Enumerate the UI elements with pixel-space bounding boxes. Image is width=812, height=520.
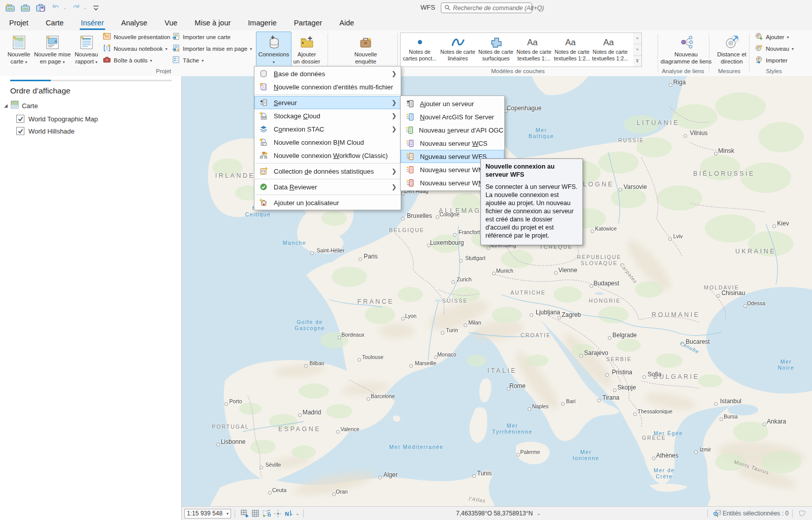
menu-item-nouveau-serveur-wcs[interactable]: Nouveau serveur WCS xyxy=(401,137,504,150)
new-project-icon[interactable] xyxy=(4,2,16,14)
add-grid-icon[interactable] xyxy=(239,509,249,518)
north-arrow-icon[interactable]: N xyxy=(284,509,294,518)
layer-checkbox[interactable] xyxy=(16,115,24,123)
gallery-item[interactable]: AaNotes de cartetextuelles 1:2... xyxy=(591,33,629,67)
tab-mise-à-jour[interactable]: Mise à jour xyxy=(193,19,232,30)
map-scale-combobox[interactable]: 1:15 939 548 ▾ xyxy=(184,509,231,518)
city-dot xyxy=(436,215,439,219)
ribbon-button-nouveau[interactable]: Nouveaurapport ▾ xyxy=(69,31,104,71)
ribbon-button-connexions[interactable]: Connexions ▾ xyxy=(256,31,291,71)
ribbon-button-nouveau[interactable]: Nouveau▾ xyxy=(755,44,805,53)
notebook-icon xyxy=(103,44,111,54)
menu-item-ajouter-un-localisateur[interactable]: Ajouter un localisateur xyxy=(254,196,401,209)
map-label: Belgrade xyxy=(612,332,637,339)
ribbon-button-nouvelle[interactable]: Nouvelleenquête xyxy=(335,31,396,71)
crosshair-icon[interactable] xyxy=(273,509,283,518)
gallery-item[interactable]: Notes de cartesurfaciques xyxy=(477,33,515,67)
menu-item-label: Nouvel ArcGIS for Server xyxy=(420,113,502,121)
ribbon-button-nouvelle[interactable]: Nouvellecarte ▾ xyxy=(2,31,36,71)
expand-icon[interactable]: ◢ xyxy=(4,103,8,108)
tab-projet[interactable]: Projet xyxy=(8,19,29,30)
tab-analyse[interactable]: Analyse xyxy=(120,19,149,30)
tab-carte[interactable]: Carte xyxy=(45,19,64,30)
city-dot xyxy=(613,388,616,392)
grid-icon[interactable] xyxy=(250,509,261,518)
layer-checkbox[interactable] xyxy=(16,127,24,135)
map-label: Sofia xyxy=(647,371,661,378)
chevron-down-icon: ▾ xyxy=(792,47,794,51)
layer-item-world-topographic-map[interactable]: World Topographic Map xyxy=(0,113,181,125)
redo-icon[interactable] xyxy=(70,2,82,14)
chevron-down-icon[interactable]: ⌄ xyxy=(296,511,300,516)
map-label: Lviv xyxy=(673,233,683,239)
text-icon: Aa xyxy=(602,36,619,49)
layer-item-world-hillshade[interactable]: World Hillshade xyxy=(0,125,181,137)
menu-item-serveur[interactable]: Serveur❯ xyxy=(254,96,401,109)
menu-item-nouvel-arcgis-for-server[interactable]: Nouvel ArcGIS for Server xyxy=(401,110,504,123)
task-icon xyxy=(172,55,180,66)
menu-item-ajouter-un-serveur[interactable]: Ajouter un serveur xyxy=(401,97,504,110)
ribbon-button-tâche[interactable]: Tâche▾ xyxy=(172,56,253,65)
coordinates-readout[interactable]: 7,4633598°O 58,3758913°N ⌄ xyxy=(456,510,541,517)
gallery-item[interactable]: Notes de cartelinéaires xyxy=(439,33,477,67)
customize-icon[interactable] xyxy=(90,2,102,14)
chevron-down-icon: ▾ xyxy=(62,60,64,64)
gallery-down-icon[interactable]: ˅ xyxy=(633,44,641,55)
ribbon-button-ajouter[interactable]: Ajouterun dossier xyxy=(288,31,325,71)
menu-item-collection-de-donn-es-statistiques[interactable]: Collection de données statistiques❯ xyxy=(254,165,401,178)
tab-imagerie[interactable]: Imagerie xyxy=(247,19,277,30)
tab-aide[interactable]: Aide xyxy=(338,19,355,30)
map-label: Munich xyxy=(496,268,513,274)
map-label: Tunis xyxy=(477,470,492,477)
ribbon-button-boîte-à-outils[interactable]: Boîte à outils▾ xyxy=(103,56,169,65)
menu-item-base-de-donn-es[interactable]: Base de données❯ xyxy=(254,67,401,80)
city-dot xyxy=(633,412,637,416)
menu-item-nouvelle-connexion-bim-cloud[interactable]: ANouvelle connexion BIM Cloud xyxy=(254,136,401,149)
ribbon-button-importer-une-carte[interactable]: Importer une carte xyxy=(172,32,253,42)
tab-vue[interactable]: Vue xyxy=(164,19,178,30)
select-tool-icon[interactable] xyxy=(797,509,807,518)
city-dot xyxy=(743,304,747,308)
undo-icon[interactable] xyxy=(50,2,62,14)
ribbon-button-nouveau[interactable]: Nouveaudiagramme de liens xyxy=(661,31,711,71)
gallery-item[interactable]: AaNotes de cartetextuelles 1:... xyxy=(515,33,553,67)
menu-item-nouvelle-connexion-workflow-classic-[interactable]: Nouvelle connexion Workflow (Classic) xyxy=(254,149,401,162)
chevron-down-icon[interactable]: ⌄ xyxy=(83,5,87,10)
graticule-icon[interactable] xyxy=(262,509,272,518)
menu-item-connexion-stac[interactable]: Connexion STAC❯ xyxy=(254,122,401,136)
ribbon-button-importer-la-mise-en-page[interactable]: Importer la mise en page▾ xyxy=(172,44,253,53)
gallery-expand-icon[interactable]: ⊽ xyxy=(633,56,641,67)
menu-item-label: Base de données xyxy=(274,70,392,78)
save-project-icon[interactable] xyxy=(35,2,47,14)
gallery-item[interactable]: Notes decartes ponct... xyxy=(401,33,439,67)
gallery-up-icon[interactable]: ˄ xyxy=(633,33,641,44)
tree-item-carte[interactable]: ◢Carte xyxy=(0,99,181,113)
ribbon-button-distance-et[interactable]: Distance etdirection xyxy=(712,31,752,71)
command-search-input[interactable]: Recherche de commande (Alt+Q) xyxy=(441,3,532,13)
ribbon-button-importer[interactable]: Importer xyxy=(755,56,805,65)
svg-text:Aa: Aa xyxy=(603,38,614,47)
menu-item-data-reviewer[interactable]: Data Reviewer❯ xyxy=(254,180,401,193)
menu-item-stockage-cloud[interactable]: Stockage Cloud❯ xyxy=(254,109,401,122)
tab-insérer[interactable]: Insérer xyxy=(80,19,105,30)
ribbon-button-nouvelle-présentation[interactable]: Nouvelle présentation xyxy=(103,32,169,42)
map-label: Istanbul xyxy=(720,398,741,405)
map-label: Alger xyxy=(383,471,398,478)
menu-item-nouveau-serveur-d-api-ogc[interactable]: Nouveau serveur d'API OGC xyxy=(401,123,504,137)
gallery-scroll[interactable]: ˄˅⊽ xyxy=(633,32,642,67)
svg-text:N: N xyxy=(285,511,289,517)
city-dot xyxy=(579,354,583,358)
link-chart-icon xyxy=(678,33,694,51)
chevron-down-icon[interactable]: ⌄ xyxy=(63,5,67,10)
open-project-icon[interactable] xyxy=(19,2,31,14)
gallery-item[interactable]: AaNotes de cartetextuelles 1:2... xyxy=(553,33,591,67)
tab-partager[interactable]: Partager xyxy=(293,19,323,30)
ribbon-button-ajouter[interactable]: Ajouter▾ xyxy=(755,32,805,42)
map-label: Carpates xyxy=(619,262,639,284)
ribbon-button-nouvelle-mise[interactable]: Nouvelle miseen page ▾ xyxy=(31,31,73,71)
ribbon-button-nouveau-notebook[interactable]: Nouveau notebook▾ xyxy=(103,44,169,53)
menu-item-nouvelle-connexion-d-entit-s-multi-fichier[interactable]: Nouvelle connexion d'entités multi-fichi… xyxy=(254,80,401,93)
pane-tab-indicator[interactable] xyxy=(10,80,172,81)
zoom-to-selection-icon[interactable] xyxy=(712,509,722,518)
selected-features-label[interactable]: Entités sélectionnées : 0 xyxy=(723,510,789,517)
